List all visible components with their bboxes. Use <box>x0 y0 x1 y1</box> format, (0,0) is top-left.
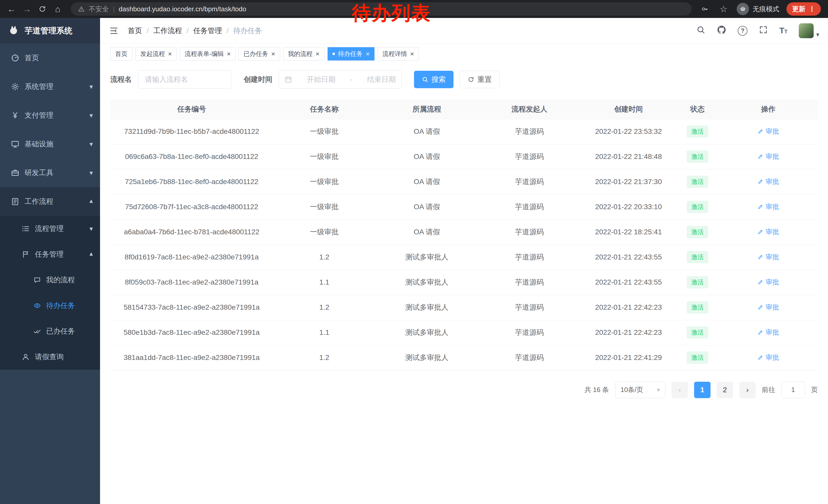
sidebar-item-process-mgmt[interactable]: 流程管理 ▾ <box>0 216 100 241</box>
goto-page-input[interactable] <box>781 382 805 398</box>
process-name-input[interactable] <box>138 70 232 89</box>
cell-process: OA 请假 <box>376 220 478 244</box>
home-icon[interactable]: ⌂ <box>52 3 64 15</box>
sidebar-fold-icon[interactable] <box>109 26 119 36</box>
sidebar-item-dev-tools[interactable]: 研发工具 ▾ <box>0 158 100 187</box>
cell-task-id: 069c6a63-7b8a-11ec-8ef0-acde48001122 <box>110 144 273 169</box>
help-icon[interactable]: ? <box>738 26 747 36</box>
flag-icon <box>22 250 30 259</box>
browser-toolbar-right: ☆ 无痕模式 更新 ⋮ <box>699 2 822 16</box>
sidebar-item-todo-tasks[interactable]: 待办任务 <box>0 293 100 318</box>
approve-link[interactable]: 审批 <box>757 152 779 161</box>
chevron-down-icon: ▾ <box>89 111 93 120</box>
pagination-total: 共 16 条 <box>585 385 609 394</box>
approve-link[interactable]: 审批 <box>757 278 779 287</box>
fullscreen-icon[interactable] <box>759 25 768 36</box>
approve-link[interactable]: 审批 <box>757 253 779 262</box>
tab-todo-tasks[interactable]: 待办任务× <box>328 47 374 60</box>
prev-page-button[interactable]: ‹ <box>671 382 688 398</box>
kebab-menu-icon[interactable]: ⋮ <box>809 5 815 13</box>
cell-task-name: 一级审批 <box>273 194 376 220</box>
cell-initiator: 芋道源码 <box>478 320 581 345</box>
calendar-icon <box>285 76 292 83</box>
cell-task-name: 一级审批 <box>273 144 376 169</box>
sidebar-item-task-mgmt[interactable]: 任务管理 ▾ <box>0 241 100 267</box>
tab-close-icon[interactable]: × <box>316 50 320 57</box>
search-button[interactable]: 搜索 <box>414 71 454 88</box>
tab-close-icon[interactable]: × <box>227 50 231 57</box>
page-button-2[interactable]: 2 <box>717 382 733 398</box>
tab-process-detail[interactable]: 流程详情× <box>378 47 419 60</box>
tab-done-tasks[interactable]: 已办任务× <box>239 47 280 60</box>
sidebar-item-system-mgmt[interactable]: 系统管理 ▾ <box>0 72 100 101</box>
table-row: 069c6a63-7b8a-11ec-8ef0-acde48001122 一级审… <box>110 144 818 169</box>
page-button-1[interactable]: 1 <box>694 382 710 398</box>
col-actions: 操作 <box>719 99 818 119</box>
tab-close-icon[interactable]: × <box>366 50 370 57</box>
forward-icon[interactable]: → <box>21 3 33 15</box>
approve-link[interactable]: 审批 <box>757 227 779 236</box>
cell-task-id: 58154733-7ac8-11ec-a9e2-a2380e71991a <box>110 295 273 320</box>
breadcrumb-home[interactable]: 首页 <box>128 26 142 36</box>
approve-link[interactable]: 审批 <box>757 127 779 136</box>
tab-home[interactable]: 首页 <box>110 47 132 60</box>
back-icon[interactable]: ← <box>6 3 17 15</box>
incognito-badge[interactable]: 无痕模式 <box>737 3 779 15</box>
font-size-icon[interactable]: TT <box>779 26 787 35</box>
page-size-select[interactable]: 10条/页 ▾ <box>615 382 665 398</box>
filter-bar: 流程名 创建时间 开始日期 - 结束日期 搜索 重置 <box>110 70 818 89</box>
cell-status: 激活 <box>676 270 718 295</box>
start-date-placeholder: 开始日期 <box>307 75 335 84</box>
cell-action: 审批 <box>719 119 818 144</box>
approve-link[interactable]: 审批 <box>757 328 779 337</box>
cell-created: 2022-01-21 22:42:23 <box>581 295 676 320</box>
pencil-icon <box>757 254 763 260</box>
eye-icon <box>33 302 41 310</box>
reset-button[interactable]: 重置 <box>460 71 500 88</box>
browser-update-button[interactable]: 更新 ⋮ <box>786 2 821 16</box>
cell-created: 2022-01-21 22:43:55 <box>581 270 676 295</box>
tab-start-process[interactable]: 发起流程× <box>135 47 177 60</box>
col-task-name: 任务名称 <box>273 99 376 119</box>
breadcrumb-workflow[interactable]: 工作流程 <box>153 26 182 36</box>
status-badge: 激活 <box>687 326 708 339</box>
refresh-icon[interactable] <box>36 3 48 15</box>
goto-label: 前往 <box>762 385 775 394</box>
breadcrumb-task-mgmt[interactable]: 任务管理 <box>194 26 222 36</box>
cell-process: OA 请假 <box>376 119 478 144</box>
approve-link[interactable]: 审批 <box>757 353 779 362</box>
tab-process-form-edit[interactable]: 流程表单-编辑× <box>180 47 236 60</box>
incognito-label: 无痕模式 <box>753 5 779 13</box>
approve-link[interactable]: 审批 <box>757 303 779 312</box>
cell-initiator: 芋道源码 <box>478 169 581 194</box>
cell-status: 激活 <box>676 220 718 244</box>
sidebar-item-done-tasks[interactable]: 已办任务 <box>0 318 100 344</box>
status-badge: 激活 <box>687 125 708 138</box>
tab-close-icon[interactable]: × <box>271 50 275 57</box>
sidebar-item-payment-mgmt[interactable]: 支付管理 ▾ <box>0 101 100 130</box>
avatar[interactable] <box>799 23 814 38</box>
cell-created: 2022-01-22 21:37:30 <box>581 169 676 194</box>
tab-close-icon[interactable]: × <box>410 50 414 57</box>
search-icon[interactable] <box>696 25 705 36</box>
cell-status: 激活 <box>676 169 718 194</box>
sidebar-item-infrastructure[interactable]: 基础设施 ▾ <box>0 130 100 158</box>
pencil-icon <box>757 279 763 285</box>
col-process: 所属流程 <box>376 99 478 119</box>
date-range-picker[interactable]: 开始日期 - 结束日期 <box>279 70 402 89</box>
key-icon[interactable] <box>699 3 710 15</box>
cell-task-name: 一级审批 <box>273 169 376 194</box>
approve-link[interactable]: 审批 <box>757 177 779 186</box>
cell-initiator: 芋道源码 <box>478 295 581 320</box>
tab-close-icon[interactable]: × <box>168 50 172 57</box>
tab-my-processes[interactable]: 我的流程× <box>283 47 325 60</box>
sidebar-item-workflow[interactable]: 工作流程 ▾ <box>0 187 100 216</box>
next-page-button[interactable]: › <box>739 382 756 398</box>
sidebar-item-leave-query[interactable]: 请假查询 <box>0 344 100 370</box>
user-menu[interactable]: ▾ <box>799 23 819 38</box>
approve-link[interactable]: 审批 <box>757 202 779 211</box>
sidebar-item-my-processes[interactable]: 我的流程 <box>0 267 100 293</box>
bookmark-star-icon[interactable]: ☆ <box>718 3 730 15</box>
github-icon[interactable] <box>717 25 727 36</box>
sidebar-item-home[interactable]: 首页 <box>0 44 100 72</box>
